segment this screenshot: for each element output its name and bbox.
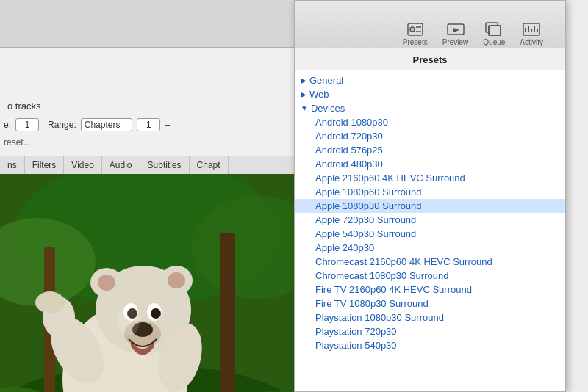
web-arrow: ▶ (301, 90, 306, 98)
preset-item-11[interactable]: Chromecast 1080p30 Surround (295, 269, 565, 283)
preset-item-1[interactable]: Android 720p30 (295, 129, 565, 143)
bg-tab-video[interactable]: Video (64, 156, 101, 174)
bg-video (0, 174, 294, 392)
bear-scene (0, 174, 294, 392)
web-label: Web (309, 89, 329, 100)
presets-list[interactable]: ▶ General ▶ Web ▼ Devices Android 1080p3… (295, 70, 565, 391)
dropdown-toolbar: Presets Preview Queue (295, 1, 565, 48)
bg-toolbar (0, 0, 294, 48)
svg-point-12 (168, 272, 185, 288)
svg-point-16 (151, 308, 161, 319)
category-web[interactable]: ▶ Web (295, 87, 565, 101)
e-label: e: (4, 120, 11, 130)
preview-icon-label: Preview (442, 38, 469, 46)
preset-item-2[interactable]: Android 576p25 (295, 143, 565, 157)
svg-rect-6 (220, 233, 235, 392)
chapters-select[interactable]: Chapters (81, 118, 133, 131)
bg-tab-chapt[interactable]: Chapt (190, 156, 229, 174)
devices-label: Devices (311, 103, 345, 114)
preview-toolbar-icon[interactable]: Preview (442, 22, 469, 46)
presets-toolbar-icon[interactable]: Presets (403, 22, 428, 46)
general-arrow: ▶ (301, 76, 306, 84)
bg-preset-label: reset... (4, 137, 31, 148)
bg-content: o tracks e: 1 Range: Chapters 1 – reset.… (0, 48, 294, 392)
preset-item-12[interactable]: Fire TV 2160p60 4K HEVC Surround (295, 283, 565, 297)
svg-rect-36 (489, 26, 501, 35)
panel-title: Presets (295, 48, 565, 70)
bg-tab-filters[interactable]: Filters (25, 156, 65, 174)
presets-panel: Presets Preview Queue (294, 0, 566, 392)
preset-item-7[interactable]: Apple 720p30 Surround (295, 213, 565, 227)
range-num-stepper[interactable]: 1 (137, 118, 160, 131)
devices-arrow: ▼ (301, 104, 308, 112)
svg-point-32 (412, 29, 413, 30)
activity-icon-label: Activity (520, 38, 543, 46)
svg-point-27 (118, 306, 140, 335)
dash-separator: – (165, 120, 170, 130)
category-devices[interactable]: ▼ Devices (295, 101, 565, 115)
tracks-label: o tracks (7, 101, 41, 112)
queue-icon-label: Queue (483, 38, 505, 46)
preset-item-0[interactable]: Android 1080p30 (295, 115, 565, 129)
preset-item-14[interactable]: Playstation 1080p30 Surround (295, 311, 565, 324)
preset-item-5[interactable]: Apple 1080p60 Surround (295, 185, 565, 199)
bg-tab-audio[interactable]: Audio (102, 156, 140, 174)
toolbar-icons: Presets Preview Queue (388, 16, 558, 48)
general-label: General (309, 75, 343, 86)
preset-item-6[interactable]: Apple 1080p30 Surround (295, 199, 565, 213)
bg-tabs: nsFiltersVideoAudioSubtitlesChapt (0, 156, 294, 175)
preset-item-10[interactable]: Chromecast 2160p60 4K HEVC Surround (295, 255, 565, 269)
preset-item-15[interactable]: Playstation 720p30 (295, 324, 565, 338)
svg-marker-34 (453, 28, 459, 32)
preset-item-4[interactable]: Apple 2160p60 4K HEVC Surround (295, 171, 565, 185)
svg-point-21 (35, 291, 65, 313)
activity-toolbar-icon[interactable]: Activity (520, 22, 543, 46)
preset-item-3[interactable]: Android 480p30 (295, 157, 565, 171)
svg-point-11 (98, 275, 115, 291)
preset-item-8[interactable]: Apple 540p30 Surround (295, 227, 565, 241)
queue-toolbar-icon[interactable]: Queue (483, 22, 505, 46)
preset-item-16[interactable]: Playstation 540p30 (295, 338, 565, 352)
bg-tab-subtitles[interactable]: Subtitles (140, 156, 190, 174)
preset-item-13[interactable]: Fire TV 1080p30 Surround (295, 297, 565, 311)
bg-tab-ns[interactable]: ns (0, 156, 25, 174)
preset-item-9[interactable]: Apple 240p30 (295, 241, 565, 255)
range-label: Range: (48, 120, 76, 130)
category-general[interactable]: ▶ General (295, 73, 565, 87)
device-items-container: Android 1080p30Android 720p30Android 576… (295, 115, 565, 352)
value-stepper[interactable]: 1 (15, 118, 39, 131)
presets-icon-label: Presets (403, 38, 428, 46)
bg-row: e: 1 Range: Chapters 1 – (4, 118, 170, 131)
